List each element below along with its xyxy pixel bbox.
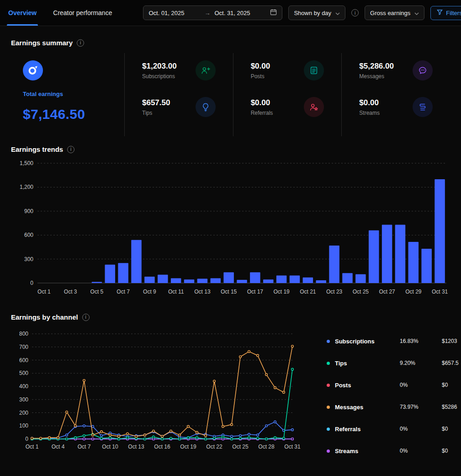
series-point[interactable] xyxy=(153,436,155,438)
series-point[interactable] xyxy=(40,437,42,439)
series-point[interactable] xyxy=(196,437,198,439)
series-point[interactable] xyxy=(170,430,172,432)
series-point[interactable] xyxy=(213,437,216,439)
series-point[interactable] xyxy=(231,438,233,440)
series-point[interactable] xyxy=(257,434,259,436)
series-point[interactable] xyxy=(265,374,268,376)
series-point[interactable] xyxy=(92,425,94,428)
series-point[interactable] xyxy=(265,425,268,427)
series-point[interactable] xyxy=(239,356,242,358)
series-point[interactable] xyxy=(231,423,233,426)
tab-overview[interactable]: Overview xyxy=(0,0,45,26)
trend-bar[interactable] xyxy=(210,278,221,283)
earnings-type-select[interactable]: Gross earnings xyxy=(365,5,424,20)
trend-bar[interactable] xyxy=(237,280,247,283)
series-point[interactable] xyxy=(144,434,146,436)
series-point[interactable] xyxy=(187,425,190,428)
series-point[interactable] xyxy=(127,437,129,439)
trend-bar[interactable] xyxy=(276,275,287,283)
series-point[interactable] xyxy=(57,437,59,439)
legend-row-subscriptions[interactable]: Subscriptions16.83%$1203 xyxy=(327,330,459,352)
series-point[interactable] xyxy=(213,380,216,382)
trend-bar[interactable] xyxy=(171,278,181,283)
trend-bar[interactable] xyxy=(105,265,116,283)
info-icon[interactable]: i xyxy=(67,146,74,153)
tab-creator-performance[interactable]: Creator performance xyxy=(45,0,120,26)
series-point[interactable] xyxy=(31,437,33,439)
series-point[interactable] xyxy=(283,391,285,394)
legend-row-streams[interactable]: Streams0%$0 xyxy=(327,440,459,462)
trend-bar[interactable] xyxy=(144,277,155,283)
series-point[interactable] xyxy=(118,438,120,440)
series-point[interactable] xyxy=(291,368,294,370)
trend-bar[interactable] xyxy=(250,272,260,283)
series-point[interactable] xyxy=(48,437,51,439)
series-point[interactable] xyxy=(248,350,250,353)
series-point[interactable] xyxy=(179,438,181,440)
series-point[interactable] xyxy=(205,434,207,437)
trend-bar[interactable] xyxy=(408,242,419,283)
series-point[interactable] xyxy=(170,437,172,439)
series-point[interactable] xyxy=(291,428,294,431)
series-point[interactable] xyxy=(66,434,68,436)
series-point[interactable] xyxy=(153,430,155,432)
trend-bar[interactable] xyxy=(158,275,168,283)
series-point[interactable] xyxy=(222,425,224,428)
series-point[interactable] xyxy=(274,421,276,423)
legend-row-referrals[interactable]: Referrals0%$0 xyxy=(327,418,459,440)
series-point[interactable] xyxy=(66,411,68,413)
series-point[interactable] xyxy=(74,437,77,439)
series-point[interactable] xyxy=(187,437,190,439)
legend-row-tips[interactable]: Tips9.20%$657.5 xyxy=(327,352,459,374)
trend-bar[interactable] xyxy=(382,225,392,283)
series-point[interactable] xyxy=(135,435,138,438)
trend-bar[interactable] xyxy=(421,249,432,283)
series-point[interactable] xyxy=(274,386,276,389)
series-point[interactable] xyxy=(222,436,224,438)
series-point[interactable] xyxy=(239,434,242,437)
series-point[interactable] xyxy=(83,434,85,437)
trend-bar[interactable] xyxy=(342,273,353,283)
series-point[interactable] xyxy=(127,433,129,435)
trend-bar[interactable] xyxy=(263,279,274,283)
series-point[interactable] xyxy=(205,438,207,440)
date-range-picker[interactable]: Oct. 01, 2025 → Oct. 31, 2025 xyxy=(143,5,282,20)
trend-bar[interactable] xyxy=(197,278,208,283)
info-icon[interactable]: i xyxy=(77,39,84,47)
series-point[interactable] xyxy=(74,425,77,427)
series-point[interactable] xyxy=(179,434,181,436)
filters-button[interactable]: Filters xyxy=(430,6,461,20)
trend-bar[interactable] xyxy=(290,275,300,283)
trend-bar[interactable] xyxy=(369,230,379,283)
legend-row-messages[interactable]: Messages73.97%$5286 xyxy=(327,396,459,418)
series-point[interactable] xyxy=(66,438,68,440)
date-from[interactable]: Oct. 01, 2025 xyxy=(148,10,200,16)
series-point[interactable] xyxy=(196,431,198,433)
series-point[interactable] xyxy=(109,437,111,439)
series-point[interactable] xyxy=(83,380,85,382)
trend-bar[interactable] xyxy=(303,278,313,283)
series-point[interactable] xyxy=(291,345,294,348)
series-point[interactable] xyxy=(291,438,294,440)
trend-bar[interactable] xyxy=(316,280,326,283)
series-point[interactable] xyxy=(92,438,94,440)
info-icon[interactable]: i xyxy=(82,314,90,321)
series-point[interactable] xyxy=(109,434,111,436)
series-point[interactable] xyxy=(239,437,242,439)
series-point[interactable] xyxy=(248,437,250,439)
series-point[interactable] xyxy=(161,435,164,438)
series-point[interactable] xyxy=(231,435,233,438)
trend-bar[interactable] xyxy=(355,274,366,283)
series-point[interactable] xyxy=(274,437,276,439)
series-point[interactable] xyxy=(83,425,85,427)
series-point[interactable] xyxy=(248,433,250,436)
trend-bar[interactable] xyxy=(329,246,339,283)
trend-bar[interactable] xyxy=(118,263,128,283)
series-point[interactable] xyxy=(92,434,94,436)
trend-bar[interactable] xyxy=(92,282,102,283)
trend-bar[interactable] xyxy=(131,240,142,283)
series-point[interactable] xyxy=(118,435,120,438)
series-point[interactable] xyxy=(265,438,268,440)
series-point[interactable] xyxy=(101,434,103,437)
trend-bar[interactable] xyxy=(435,179,445,283)
